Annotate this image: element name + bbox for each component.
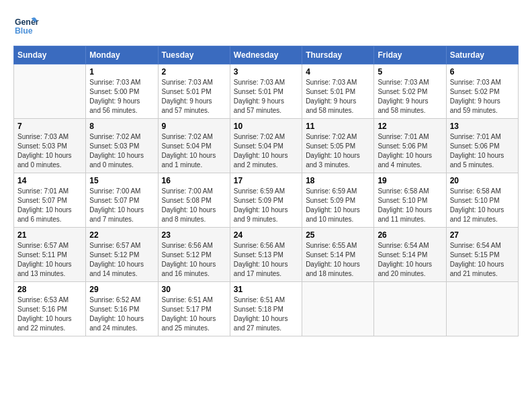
calendar-table: SundayMondayTuesdayWednesdayThursdayFrid…: [13, 46, 519, 336]
day-info: Sunrise: 6:59 AM Sunset: 5:09 PM Dayligh…: [234, 187, 298, 224]
day-cell: 7Sunrise: 7:03 AM Sunset: 5:03 PM Daylig…: [14, 119, 86, 173]
day-info: Sunrise: 7:03 AM Sunset: 5:00 PM Dayligh…: [89, 78, 154, 116]
day-number: 11: [306, 122, 370, 131]
day-header-sunday: Sunday: [14, 46, 86, 64]
day-cell: 6Sunrise: 7:03 AM Sunset: 5:02 PM Daylig…: [446, 64, 518, 119]
day-number: 2: [162, 67, 226, 77]
day-info: Sunrise: 7:01 AM Sunset: 5:06 PM Dayligh…: [450, 132, 515, 170]
day-cell: 22Sunrise: 6:57 AM Sunset: 5:12 PM Dayli…: [86, 228, 158, 282]
day-number: 1: [89, 67, 154, 77]
day-number: 12: [378, 122, 442, 131]
day-number: 15: [89, 176, 154, 185]
day-cell: 31Sunrise: 6:51 AM Sunset: 5:18 PM Dayli…: [230, 282, 302, 336]
day-number: 31: [234, 285, 298, 294]
day-header-friday: Friday: [374, 46, 446, 64]
day-info: Sunrise: 6:57 AM Sunset: 5:12 PM Dayligh…: [89, 241, 154, 279]
week-row-2: 7Sunrise: 7:03 AM Sunset: 5:03 PM Daylig…: [14, 119, 519, 173]
days-header-row: SundayMondayTuesdayWednesdayThursdayFrid…: [14, 46, 519, 64]
day-number: 18: [306, 176, 370, 185]
day-header-thursday: Thursday: [302, 46, 374, 64]
day-number: 23: [162, 230, 226, 240]
svg-text:Blue: Blue: [15, 26, 33, 36]
day-cell: 11Sunrise: 7:02 AM Sunset: 5:05 PM Dayli…: [302, 119, 374, 173]
calendar-body: 1Sunrise: 7:03 AM Sunset: 5:00 PM Daylig…: [14, 64, 519, 336]
week-row-4: 21Sunrise: 6:57 AM Sunset: 5:11 PM Dayli…: [14, 228, 519, 282]
day-number: 21: [17, 230, 82, 240]
week-row-5: 28Sunrise: 6:53 AM Sunset: 5:16 PM Dayli…: [14, 282, 519, 336]
day-header-monday: Monday: [86, 46, 158, 64]
day-cell: 4Sunrise: 7:03 AM Sunset: 5:01 PM Daylig…: [302, 64, 374, 119]
day-number: 28: [17, 285, 82, 294]
day-info: Sunrise: 7:02 AM Sunset: 5:04 PM Dayligh…: [234, 132, 298, 170]
day-number: 8: [89, 122, 154, 131]
day-cell: 20Sunrise: 6:58 AM Sunset: 5:10 PM Dayli…: [446, 173, 518, 228]
day-info: Sunrise: 6:57 AM Sunset: 5:11 PM Dayligh…: [17, 241, 82, 279]
day-number: 9: [162, 122, 226, 131]
day-number: 13: [450, 122, 515, 131]
day-cell: [374, 282, 446, 336]
day-info: Sunrise: 7:03 AM Sunset: 5:01 PM Dayligh…: [162, 78, 226, 116]
logo-icon: General Blue: [13, 13, 39, 39]
day-number: 19: [378, 176, 442, 185]
page-header: General Blue: [13, 13, 519, 39]
day-cell: 16Sunrise: 7:00 AM Sunset: 5:08 PM Dayli…: [158, 173, 230, 228]
day-cell: 21Sunrise: 6:57 AM Sunset: 5:11 PM Dayli…: [14, 228, 86, 282]
day-number: 30: [162, 285, 226, 294]
day-info: Sunrise: 6:53 AM Sunset: 5:16 PM Dayligh…: [17, 295, 82, 333]
day-number: 16: [162, 176, 226, 185]
day-number: 24: [234, 230, 298, 240]
day-number: 3: [234, 67, 298, 77]
day-cell: 15Sunrise: 7:00 AM Sunset: 5:07 PM Dayli…: [86, 173, 158, 228]
day-cell: 30Sunrise: 6:51 AM Sunset: 5:17 PM Dayli…: [158, 282, 230, 336]
week-row-1: 1Sunrise: 7:03 AM Sunset: 5:00 PM Daylig…: [14, 64, 519, 119]
day-info: Sunrise: 7:02 AM Sunset: 5:03 PM Dayligh…: [89, 132, 154, 170]
logo: General Blue: [13, 13, 39, 39]
day-cell: 19Sunrise: 6:58 AM Sunset: 5:10 PM Dayli…: [374, 173, 446, 228]
day-cell: 14Sunrise: 7:01 AM Sunset: 5:07 PM Dayli…: [14, 173, 86, 228]
day-info: Sunrise: 7:03 AM Sunset: 5:02 PM Dayligh…: [450, 78, 515, 116]
day-info: Sunrise: 7:03 AM Sunset: 5:03 PM Dayligh…: [17, 132, 82, 170]
day-header-saturday: Saturday: [446, 46, 518, 64]
day-info: Sunrise: 6:52 AM Sunset: 5:16 PM Dayligh…: [89, 295, 154, 333]
day-info: Sunrise: 7:03 AM Sunset: 5:01 PM Dayligh…: [306, 78, 370, 116]
day-info: Sunrise: 6:58 AM Sunset: 5:10 PM Dayligh…: [378, 187, 442, 224]
day-number: 10: [234, 122, 298, 131]
day-info: Sunrise: 7:01 AM Sunset: 5:07 PM Dayligh…: [17, 187, 82, 224]
day-cell: 12Sunrise: 7:01 AM Sunset: 5:06 PM Dayli…: [374, 119, 446, 173]
week-row-3: 14Sunrise: 7:01 AM Sunset: 5:07 PM Dayli…: [14, 173, 519, 228]
day-cell: [14, 64, 86, 119]
day-info: Sunrise: 7:01 AM Sunset: 5:06 PM Dayligh…: [378, 132, 442, 170]
day-info: Sunrise: 6:55 AM Sunset: 5:14 PM Dayligh…: [306, 241, 370, 279]
day-cell: 24Sunrise: 6:56 AM Sunset: 5:13 PM Dayli…: [230, 228, 302, 282]
day-number: 5: [378, 67, 442, 77]
day-info: Sunrise: 6:56 AM Sunset: 5:12 PM Dayligh…: [162, 241, 226, 279]
day-cell: 10Sunrise: 7:02 AM Sunset: 5:04 PM Dayli…: [230, 119, 302, 173]
day-number: 22: [89, 230, 154, 240]
day-number: 6: [450, 67, 515, 77]
day-cell: 2Sunrise: 7:03 AM Sunset: 5:01 PM Daylig…: [158, 64, 230, 119]
day-cell: 8Sunrise: 7:02 AM Sunset: 5:03 PM Daylig…: [86, 119, 158, 173]
day-number: 26: [378, 230, 442, 240]
day-cell: [302, 282, 374, 336]
day-cell: 28Sunrise: 6:53 AM Sunset: 5:16 PM Dayli…: [14, 282, 86, 336]
day-info: Sunrise: 6:58 AM Sunset: 5:10 PM Dayligh…: [450, 187, 515, 224]
day-info: Sunrise: 6:56 AM Sunset: 5:13 PM Dayligh…: [234, 241, 298, 279]
day-cell: [446, 282, 518, 336]
day-info: Sunrise: 7:03 AM Sunset: 5:02 PM Dayligh…: [378, 78, 442, 116]
day-info: Sunrise: 7:02 AM Sunset: 5:04 PM Dayligh…: [162, 132, 226, 170]
day-info: Sunrise: 7:03 AM Sunset: 5:01 PM Dayligh…: [234, 78, 298, 116]
day-cell: 1Sunrise: 7:03 AM Sunset: 5:00 PM Daylig…: [86, 64, 158, 119]
day-info: Sunrise: 6:54 AM Sunset: 5:15 PM Dayligh…: [450, 241, 515, 279]
day-number: 17: [234, 176, 298, 185]
day-number: 29: [89, 285, 154, 294]
day-info: Sunrise: 7:00 AM Sunset: 5:07 PM Dayligh…: [89, 187, 154, 224]
day-cell: 26Sunrise: 6:54 AM Sunset: 5:14 PM Dayli…: [374, 228, 446, 282]
day-number: 20: [450, 176, 515, 185]
day-number: 25: [306, 230, 370, 240]
day-number: 27: [450, 230, 515, 240]
day-number: 14: [17, 176, 82, 185]
day-info: Sunrise: 6:51 AM Sunset: 5:18 PM Dayligh…: [234, 295, 298, 333]
day-info: Sunrise: 6:54 AM Sunset: 5:14 PM Dayligh…: [378, 241, 442, 279]
day-cell: 17Sunrise: 6:59 AM Sunset: 5:09 PM Dayli…: [230, 173, 302, 228]
day-info: Sunrise: 6:59 AM Sunset: 5:09 PM Dayligh…: [306, 187, 370, 224]
